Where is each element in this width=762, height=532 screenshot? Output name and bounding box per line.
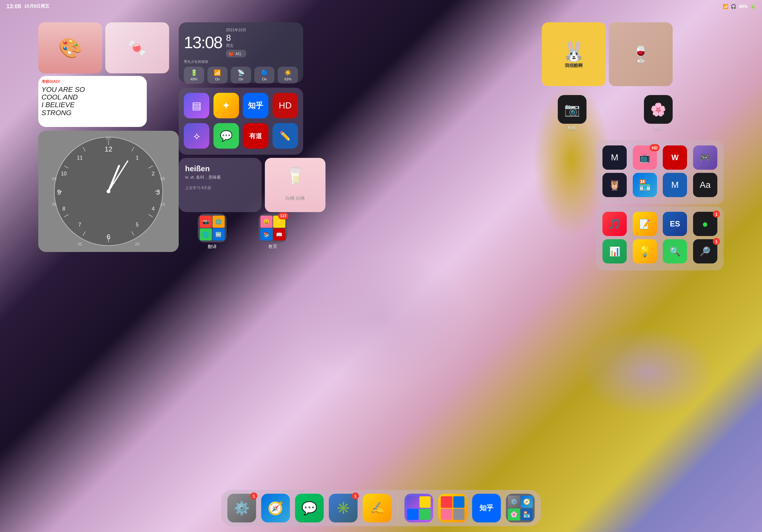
translate-label: 翻译	[208, 244, 217, 250]
calendar-widget: 考研GIAO! YOU ARE SOCOOL ANDI BELIEVESTRON…	[38, 76, 147, 127]
food-photo-widget: 🍷	[609, 22, 673, 86]
app-wps[interactable]: W	[661, 146, 689, 170]
svg-text:9: 9	[57, 188, 61, 196]
app-darkdot[interactable]: ● 1	[692, 212, 719, 236]
svg-text:12: 12	[105, 145, 112, 153]
svg-point-35	[107, 189, 111, 193]
dock-folder-yellow[interactable]	[438, 494, 467, 522]
svg-text:15: 15	[161, 202, 165, 207]
ctrl-clock-time: 13:08	[184, 33, 222, 52]
app-camera-item[interactable]: 📷 相机	[558, 95, 586, 131]
app-moji[interactable]: M	[661, 173, 689, 197]
app-find[interactable]: 🔍	[661, 239, 689, 263]
headphone-icon: 🎧	[731, 4, 736, 9]
brightness-ctrl[interactable]: ☀️ 63%	[277, 67, 298, 84]
photo-widget-1: 🎨	[38, 22, 102, 73]
app-folder-yellow[interactable]: ✦	[213, 93, 239, 119]
apple-icon: 🍎	[228, 51, 234, 56]
svg-text:4: 4	[152, 206, 155, 212]
svg-text:5: 5	[136, 222, 139, 228]
dock-wechat[interactable]: 💬	[295, 494, 324, 522]
app-magnifier[interactable]: 🔎 1	[692, 239, 719, 263]
app-pencil[interactable]: ✏️	[272, 123, 298, 150]
dictionary-widget: heißen vi. vt. 名叫，意味着 上次学习·9天前	[179, 158, 262, 212]
app-appstore[interactable]: 🏪	[632, 173, 658, 197]
ctrl-weekday: 周五	[226, 43, 246, 48]
cal-title: YOU ARE SOCOOL ANDI BELIEVESTRONG	[41, 86, 144, 117]
widgets-area: 🎨 🍬 13:08 2021年10月 8 周五 🍎 M1 秀头少女的假发 🔋 4…	[38, 16, 724, 491]
right-app-group-1: M 📺 HD W 🎮 🦉 🏪 M Aa	[596, 140, 724, 204]
photos-label: 照片	[654, 125, 663, 131]
battery-ctrl: 🔋 49%	[184, 67, 204, 84]
app-photos-item[interactable]: 🌸 照片	[644, 95, 673, 131]
cellular-ctrl[interactable]: 📡 On	[231, 67, 251, 84]
app-memo[interactable]: 📝	[632, 212, 658, 236]
dock-separator	[398, 499, 398, 518]
app-zhihu[interactable]: 知乎	[243, 93, 269, 119]
app-bilibili[interactable]: 📺 HD	[632, 146, 658, 170]
app-youdao[interactable]: 有道	[243, 123, 269, 150]
svg-text:55: 55	[52, 176, 56, 181]
app-netease-music[interactable]: HD	[272, 93, 298, 119]
svg-text:45: 45	[52, 202, 56, 207]
status-time: 13:08	[6, 3, 21, 10]
app-folder-purple[interactable]: ▤	[184, 93, 210, 119]
app-shortcuts[interactable]: ⟡	[184, 123, 210, 150]
app-numbers[interactable]: 📊	[601, 239, 628, 263]
svg-text:2: 2	[152, 171, 155, 176]
app-messages[interactable]: 💬	[213, 123, 239, 150]
dict-pos: vi. vt. 名叫，意味着	[185, 174, 255, 180]
app-esfile[interactable]: ES	[661, 212, 689, 236]
app-music[interactable]: 🎵	[601, 212, 628, 236]
photo-widget-2: 🍬	[105, 22, 169, 73]
right-app-group-2: 🎵 📝 ES ● 1 📊 💡 🔍 🔎 1	[596, 207, 724, 270]
app-grid-widget: ▤ ✦ 知乎 HD ⟡ 💬	[179, 88, 303, 155]
app-education-item[interactable]: 😄 🌟 📚 📖 137 教育	[259, 214, 287, 250]
dict-word: heißen	[185, 164, 255, 173]
svg-text:05: 05	[161, 176, 165, 181]
status-bar: 13:08 10月8日周五 📶 🎧 49% 🔋	[0, 0, 762, 13]
app-translate-item[interactable]: 📷 🌐 🌐 🔤 翻译	[198, 214, 227, 250]
ctrl-day: 8	[226, 33, 246, 43]
dock-safari[interactable]: 🧭	[261, 494, 290, 522]
svg-text:25: 25	[135, 242, 139, 246]
wifi-ctrl[interactable]: 📶 On	[207, 67, 228, 84]
svg-text:8: 8	[62, 206, 65, 212]
dock-settings[interactable]: ⚙️ 1	[228, 494, 256, 522]
svg-text:60: 60	[106, 136, 111, 141]
notification-title: 秀头少女的假发	[184, 59, 298, 64]
dock-token[interactable]: ✳️ 1	[329, 494, 358, 522]
app-fontapp[interactable]: Aa	[692, 173, 719, 197]
m1-label: M1	[236, 51, 241, 56]
svg-text:35: 35	[78, 242, 82, 246]
education-label: 教育	[268, 244, 277, 250]
camera-label: 相机	[568, 125, 576, 131]
dock-goodnotes[interactable]: ✍️	[363, 494, 392, 522]
status-right: 📶 🎧 49% 🔋	[723, 4, 756, 9]
app-bulb[interactable]: 💡	[632, 239, 658, 263]
dock-zhihu[interactable]: 知乎	[472, 494, 501, 522]
wifi-icon: 📶	[723, 4, 728, 9]
product-photo-widget: 🥛白桃 白桃	[265, 158, 326, 212]
dock-cluster[interactable]: ⚙️ 🧭 🌸 🏪	[506, 494, 535, 522]
control-center-widget: 13:08 2021年10月 8 周五 🍎 M1 秀头少女的假发 🔋 49% 📶…	[179, 22, 303, 83]
analog-clock-widget: 12 3 6 9 1 2 4 5 7 8 10 11 05 15 25 35 4…	[38, 131, 179, 252]
svg-text:7: 7	[79, 222, 81, 228]
dock-folder-purple[interactable]	[405, 494, 433, 522]
app-owlbot[interactable]: 🦉	[601, 173, 628, 197]
app-mikofo[interactable]: 🎮	[692, 146, 719, 170]
battery-icon: 🔋	[750, 4, 756, 9]
dict-last-studied: 上次学习·9天前	[185, 185, 255, 191]
battery-percent: 49%	[739, 4, 748, 9]
svg-text:1: 1	[136, 155, 139, 161]
cal-header: 考研GIAO!	[41, 79, 144, 85]
svg-text:11: 11	[77, 155, 83, 161]
status-date: 10月8日周五	[24, 4, 49, 9]
dock: ⚙️ 1 🧭 💬 ✳️ 1 ✍️	[221, 490, 541, 526]
ctrl-year: 2021年10月	[226, 28, 246, 33]
svg-text:3: 3	[156, 188, 160, 196]
bluetooth-ctrl[interactable]: 🔵 On	[254, 67, 275, 84]
avatar-widget: 🐰 我很酷啊	[542, 22, 606, 86]
svg-text:10: 10	[61, 171, 67, 176]
app-meitu[interactable]: M	[601, 146, 628, 170]
